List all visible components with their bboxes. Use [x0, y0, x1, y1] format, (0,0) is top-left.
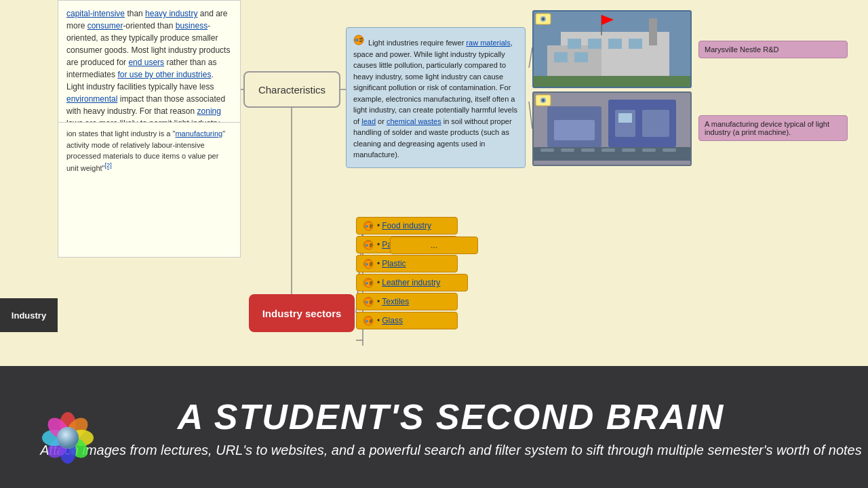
sector-dot-3	[363, 259, 373, 268]
svg-rect-23	[608, 39, 622, 49]
svg-rect-26	[574, 52, 588, 62]
sector-food-industry[interactable]: • Food industry	[356, 217, 458, 235]
svg-rect-43	[561, 148, 574, 152]
sector-dot	[363, 221, 373, 230]
svg-rect-37	[554, 120, 595, 140]
characteristics-node[interactable]: Characteristics	[243, 71, 340, 108]
svg-point-68	[366, 282, 368, 285]
sector-dot-5	[363, 297, 373, 306]
svg-rect-25	[554, 52, 568, 62]
consumer-link[interactable]: consumer	[87, 21, 123, 30]
capital-intensive-link[interactable]: capital-intensive	[66, 9, 125, 18]
sector-items-list: • Food industry • Paper making	[356, 217, 468, 331]
machine-image	[532, 92, 692, 166]
svg-point-73	[366, 301, 368, 304]
svg-point-33	[542, 18, 545, 20]
promo-overlay: A STUDENT'S SECOND BRAIN Attach images f…	[0, 366, 868, 488]
svg-rect-27	[649, 18, 657, 45]
manufacturing-link[interactable]: manufacturing	[175, 129, 222, 138]
plastic-link[interactable]: Plastic	[382, 259, 406, 268]
bottom-left-text-panel: ion states that light industry is a "man…	[58, 122, 241, 258]
svg-rect-47	[642, 148, 656, 152]
svg-point-91	[57, 427, 79, 449]
industry-tab[interactable]: Industry	[0, 298, 58, 332]
svg-rect-39	[642, 110, 669, 137]
svg-rect-46	[622, 148, 635, 152]
svg-rect-21	[568, 39, 581, 49]
svg-point-53	[366, 225, 368, 228]
sector-textiles[interactable]: • Textiles	[356, 293, 458, 310]
business-link[interactable]: business	[176, 21, 208, 30]
svg-rect-24	[629, 39, 642, 49]
promo-subtitle: Attach images from lectures, URL's to we…	[40, 443, 862, 458]
heavy-industry-link[interactable]: heavy industry	[145, 9, 197, 18]
promo-title: A STUDENT'S SECOND BRAIN	[178, 396, 725, 437]
characteristics-content-box: Light industries require fewer raw mater…	[346, 27, 526, 168]
end-users-link[interactable]: end users	[128, 58, 164, 67]
svg-rect-22	[588, 39, 601, 49]
svg-point-14	[355, 39, 359, 42]
zoning-link[interactable]: zoning	[197, 106, 221, 116]
textiles-link[interactable]: Textiles	[382, 297, 409, 306]
sector-plastic[interactable]: • Plastic	[356, 255, 458, 272]
caption-2: A manufacturing device typical of light …	[698, 115, 848, 141]
svg-rect-30	[534, 76, 692, 88]
caption-1: Marysville Nestle R&D	[698, 41, 848, 58]
svg-rect-40	[618, 113, 632, 123]
leather-industry-link[interactable]: Leather industry	[382, 278, 440, 287]
sector-leather-industry[interactable]: • Leather industry	[356, 274, 468, 291]
glass-link[interactable]: Glass	[382, 316, 403, 325]
promo-logo	[41, 411, 95, 468]
partial-orange-button[interactable]: ...	[390, 237, 478, 254]
sector-glass[interactable]: • Glass	[356, 312, 458, 329]
svg-rect-48	[663, 148, 676, 152]
svg-rect-44	[581, 148, 595, 152]
sector-dot-6	[363, 316, 373, 325]
sector-dot-2	[363, 240, 373, 249]
svg-point-63	[366, 263, 368, 266]
svg-point-58	[366, 244, 368, 247]
environmental-link[interactable]: environmental	[66, 94, 117, 104]
svg-rect-42	[540, 148, 554, 152]
for-use-link[interactable]: for use by other industries	[117, 70, 211, 79]
svg-rect-45	[601, 148, 615, 152]
svg-point-51	[542, 99, 545, 102]
industry-sectors-node[interactable]: Industry sectors	[249, 294, 355, 332]
factory-image	[532, 10, 692, 88]
ref2-link[interactable]: [2]	[105, 163, 112, 169]
food-industry-link[interactable]: Food industry	[382, 221, 431, 230]
sector-dot-4	[363, 278, 373, 287]
svg-point-78	[366, 320, 368, 323]
